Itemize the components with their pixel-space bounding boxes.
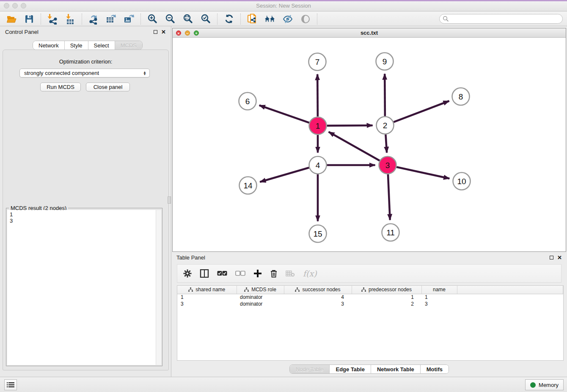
- toolbar-group-export: [82, 14, 141, 25]
- create-column-icon[interactable]: [253, 269, 262, 278]
- table-tabs-row: Node TableEdge TableNetwork TableMotifs: [171, 363, 567, 375]
- node-label-15: 15: [313, 229, 322, 238]
- column-header-predecessor-nodes[interactable]: predecessor nodes: [352, 286, 421, 294]
- criterion-dropdown[interactable]: strongly connected component ▲▼: [19, 69, 150, 77]
- graph-node-4[interactable]: 4: [309, 157, 327, 174]
- column-header-name[interactable]: name: [421, 286, 457, 294]
- network-home-icon[interactable]: [264, 14, 275, 25]
- table-panel-header: Table Panel ✕: [171, 252, 567, 262]
- hide-selected-icon[interactable]: [282, 14, 293, 25]
- table-cell[interactable]: 1: [177, 294, 237, 301]
- network-close-icon[interactable]: ×: [176, 30, 181, 36]
- column-header-shared-name[interactable]: shared name: [177, 286, 237, 294]
- criterion-value: strongly connected component: [24, 70, 99, 76]
- node-label-14: 14: [243, 181, 253, 190]
- tab-mcds[interactable]: MCDS: [115, 41, 142, 50]
- clone-network-icon[interactable]: [247, 14, 258, 25]
- table-cell[interactable]: dominator: [237, 301, 284, 307]
- graph-edge-3-1[interactable]: [329, 132, 380, 160]
- save-session-icon[interactable]: [24, 14, 35, 25]
- mac-titlebar: Session: New Session: [0, 0, 567, 11]
- import-network-icon[interactable]: [47, 14, 58, 25]
- table-cell[interactable]: 2: [352, 301, 421, 307]
- zoom-out-icon[interactable]: [165, 14, 176, 25]
- graph-edge-3-10[interactable]: [396, 167, 449, 179]
- graph-node-1[interactable]: 1: [309, 117, 327, 135]
- table-cell[interactable]: dominator: [237, 294, 284, 301]
- zoom-in-icon[interactable]: [147, 14, 158, 25]
- graph-node-9[interactable]: 9: [376, 53, 394, 70]
- zoom-selected-icon[interactable]: [200, 14, 211, 25]
- graph-node-3[interactable]: 3: [379, 157, 396, 174]
- table-row[interactable]: 3dominator323: [177, 301, 563, 307]
- float-panel-icon[interactable]: [154, 30, 157, 34]
- close-panel-icon[interactable]: ✕: [161, 30, 166, 34]
- apply-layout-icon[interactable]: [223, 14, 234, 25]
- graph-edge-1-2[interactable]: [327, 125, 372, 126]
- graph-node-7[interactable]: 7: [309, 53, 326, 71]
- deselect-all-icon[interactable]: [235, 271, 245, 276]
- tab-motifs[interactable]: Motifs: [421, 365, 449, 373]
- table-cell[interactable]: 3: [421, 301, 457, 307]
- column-header-successor-nodes[interactable]: successor nodes: [284, 286, 352, 294]
- close-panel-button[interactable]: Close panel: [86, 83, 130, 91]
- column-header-filler: [457, 286, 563, 294]
- tab-select[interactable]: Select: [88, 41, 115, 50]
- network-maximize-icon[interactable]: +: [194, 30, 199, 36]
- show-all-icon[interactable]: [300, 14, 311, 25]
- search-icon: [443, 16, 449, 24]
- float-table-panel-icon[interactable]: [550, 256, 553, 259]
- tab-network[interactable]: Network: [33, 41, 65, 50]
- export-image-icon[interactable]: [124, 14, 135, 25]
- log-console-button[interactable]: [4, 379, 17, 390]
- panel-splitter-grip[interactable]: [168, 196, 171, 204]
- tab-edge-table[interactable]: Edge Table: [330, 365, 371, 373]
- network-canvas[interactable]: 1234678910111415: [173, 38, 566, 251]
- network-view-window: × − + scc.txt 1234678910111415: [172, 28, 566, 252]
- graph-edge-1-6[interactable]: [259, 105, 309, 123]
- node-label-9: 9: [383, 57, 387, 66]
- graph-edge-4-14[interactable]: [260, 168, 309, 182]
- delete-column-icon[interactable]: [270, 269, 278, 278]
- tab-node-table[interactable]: Node Table: [290, 365, 330, 373]
- open-session-icon[interactable]: [6, 14, 17, 25]
- fit-content-icon[interactable]: [182, 14, 193, 25]
- table-cell[interactable]: 3: [284, 301, 352, 307]
- mcds-result-text[interactable]: 1 3: [7, 210, 156, 365]
- control-panel-title: Control Panel: [5, 29, 39, 35]
- graph-node-14[interactable]: 14: [239, 177, 257, 194]
- table-cell[interactable]: 1: [352, 294, 421, 301]
- tab-style[interactable]: Style: [65, 41, 88, 50]
- show-column-icon[interactable]: [200, 269, 209, 278]
- export-network-icon[interactable]: [88, 14, 99, 25]
- graph-node-2[interactable]: 2: [377, 117, 394, 134]
- table-cell[interactable]: 3: [177, 301, 237, 307]
- graph-edge-2-8[interactable]: [394, 101, 449, 122]
- graph-node-8[interactable]: 8: [452, 88, 470, 105]
- close-table-panel-icon[interactable]: ✕: [557, 256, 562, 259]
- run-mcds-button[interactable]: Run MCDS: [40, 83, 81, 91]
- graph-node-6[interactable]: 6: [239, 93, 256, 110]
- result-scrollbar[interactable]: [156, 210, 161, 365]
- graph-edge-2-3[interactable]: [385, 134, 387, 152]
- search-input[interactable]: [439, 14, 563, 24]
- column-header-MCDS-role[interactable]: MCDS role: [237, 286, 284, 294]
- graph-edge-2-9[interactable]: [385, 74, 385, 116]
- table-cell[interactable]: 4: [284, 294, 352, 301]
- optimization-criterion-label: Optimization criterion:: [3, 58, 168, 65]
- select-all-icon[interactable]: [217, 271, 227, 276]
- network-minimize-icon[interactable]: −: [185, 30, 190, 36]
- export-table-icon[interactable]: [106, 14, 117, 25]
- import-table-icon[interactable]: [65, 14, 76, 25]
- graph-node-15[interactable]: 15: [309, 225, 327, 243]
- graph-edge-3-11[interactable]: [388, 174, 390, 220]
- graph-edge-1-7[interactable]: [317, 74, 318, 116]
- graph-node-10[interactable]: 10: [453, 173, 471, 190]
- node-label-3: 3: [385, 161, 390, 170]
- table-row[interactable]: 1dominator411: [177, 294, 563, 301]
- memory-button[interactable]: Memory: [525, 379, 564, 390]
- table-cell[interactable]: 1: [421, 294, 457, 301]
- tab-network-table[interactable]: Network Table: [371, 365, 421, 373]
- table-settings-gear-icon[interactable]: [183, 269, 192, 278]
- graph-node-11[interactable]: 11: [382, 224, 399, 241]
